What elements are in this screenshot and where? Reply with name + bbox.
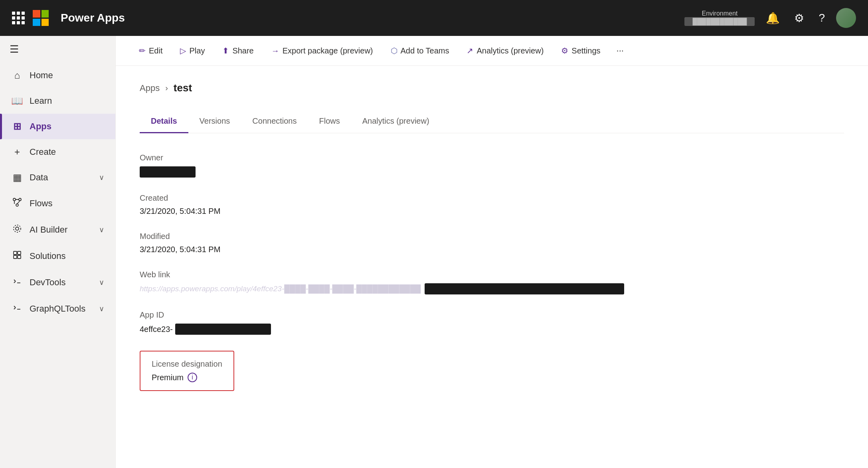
owner-section: Owner <box>140 153 844 178</box>
environment-selector[interactable]: Environment ████████████ <box>684 10 755 26</box>
sidebar-item-flows[interactable]: Flows <box>0 190 115 217</box>
settings-label: Settings <box>571 46 600 55</box>
share-button[interactable]: ⬆ Share <box>215 42 261 59</box>
sidebar-item-label: Flows <box>30 198 52 209</box>
data-icon: ▦ <box>11 172 23 183</box>
created-value: 3/21/2020, 5:04:31 PM <box>140 207 844 216</box>
teams-icon: ⬡ <box>391 46 397 55</box>
sidebar-item-learn[interactable]: 📖 Learn <box>0 88 115 114</box>
hamburger-menu[interactable]: ☰ <box>0 36 115 63</box>
add-to-teams-button[interactable]: ⬡ Add to Teams <box>384 42 457 59</box>
weblink-redacted <box>425 283 624 294</box>
appid-row: 4effce23- <box>140 324 844 335</box>
settings-icon: ⚙ <box>561 46 568 55</box>
flows-icon <box>11 197 23 209</box>
appid-prefix: 4effce23- <box>140 325 173 334</box>
sidebar: ☰ ⌂ Home 📖 Learn ⊞ Apps + Create ▦ Data … <box>0 36 116 468</box>
sidebar-item-label: AI Builder <box>30 225 67 235</box>
svg-rect-5 <box>14 251 17 255</box>
license-value: Premium i <box>152 373 222 382</box>
sidebar-item-label: DevTools <box>30 277 65 288</box>
chevron-down-icon: ∨ <box>99 304 104 313</box>
appid-label: App ID <box>140 310 844 320</box>
edit-label: Edit <box>149 46 162 55</box>
analytics-label: Analytics (preview) <box>477 46 544 55</box>
appid-redacted <box>175 324 271 335</box>
weblink-blurred[interactable]: https://apps.powerapps.com/play/4effce23… <box>140 284 421 293</box>
more-actions-button[interactable]: ··· <box>611 42 629 59</box>
home-icon: ⌂ <box>11 70 23 81</box>
create-icon: + <box>11 146 23 158</box>
license-info-icon[interactable]: i <box>188 373 197 382</box>
devtools-icon <box>11 276 23 288</box>
svg-line-13 <box>14 308 16 309</box>
chevron-down-icon: ∨ <box>99 225 104 234</box>
analytics-button[interactable]: ↗ Analytics (preview) <box>459 42 551 59</box>
sidebar-item-devtools[interactable]: DevTools ∨ <box>0 269 115 296</box>
sidebar-item-label: Create <box>30 147 56 157</box>
breadcrumb-separator: › <box>165 83 168 93</box>
sidebar-item-apps[interactable]: ⊞ Apps <box>0 114 115 139</box>
sidebar-item-label: Data <box>30 172 48 183</box>
svg-line-10 <box>14 281 16 283</box>
appid-section: App ID 4effce23- <box>140 310 844 335</box>
tab-bar: Details Versions Connections Flows Analy… <box>140 110 844 133</box>
graphqltools-icon <box>11 303 23 315</box>
settings-button[interactable]: ⚙ <box>791 8 807 28</box>
breadcrumb-current: test <box>174 82 192 94</box>
sidebar-item-home[interactable]: ⌂ Home <box>0 63 115 88</box>
main-content: ✏ Edit ▷ Play ⬆ Share → Export package (… <box>116 36 868 468</box>
svg-point-3 <box>16 227 19 230</box>
sidebar-item-label: GraphQLTools <box>30 304 85 314</box>
export-label: Export package (preview) <box>283 46 373 55</box>
export-button[interactable]: → Export package (preview) <box>264 42 380 59</box>
svg-point-4 <box>14 225 21 232</box>
waffle-menu[interactable] <box>12 12 25 24</box>
play-button[interactable]: ▷ Play <box>173 42 212 59</box>
tab-analytics-preview[interactable]: Analytics (preview) <box>351 110 441 133</box>
owner-value <box>140 166 844 178</box>
svg-rect-7 <box>14 255 17 259</box>
apps-icon: ⊞ <box>11 121 23 132</box>
play-icon: ▷ <box>180 46 186 55</box>
microsoft-logo <box>33 10 49 26</box>
sidebar-item-data[interactable]: ▦ Data ∨ <box>0 165 115 190</box>
breadcrumb-apps[interactable]: Apps <box>140 83 160 93</box>
top-navigation: Power Apps Environment ████████████ 🔔 ⚙ … <box>0 0 868 36</box>
sidebar-item-label: Learn <box>30 96 52 106</box>
license-text: Premium <box>152 373 184 382</box>
breadcrumb: Apps › test <box>140 82 844 94</box>
sidebar-item-label: Apps <box>30 121 51 132</box>
created-label: Created <box>140 194 844 203</box>
svg-rect-8 <box>18 255 21 259</box>
sidebar-item-solutions[interactable]: Solutions <box>0 243 115 269</box>
sidebar-item-ai-builder[interactable]: AI Builder ∨ <box>0 217 115 243</box>
tab-flows[interactable]: Flows <box>308 110 351 133</box>
owner-redacted <box>140 166 196 178</box>
help-button[interactable]: ? <box>815 8 828 28</box>
modified-value: 3/21/2020, 5:04:31 PM <box>140 245 844 254</box>
notification-button[interactable]: 🔔 <box>763 8 783 28</box>
environment-value: ████████████ <box>684 17 755 26</box>
svg-point-1 <box>19 198 21 201</box>
settings-toolbar-button[interactable]: ⚙ Settings <box>554 42 607 59</box>
add-to-teams-label: Add to Teams <box>401 46 449 55</box>
user-avatar[interactable] <box>836 8 856 28</box>
content-area: Apps › test Details Versions Connections… <box>116 66 868 407</box>
modified-section: Modified 3/21/2020, 5:04:31 PM <box>140 232 844 254</box>
tab-connections[interactable]: Connections <box>241 110 308 133</box>
edit-button[interactable]: ✏ Edit <box>132 42 170 59</box>
edit-icon: ✏ <box>139 46 146 55</box>
sidebar-item-graphqltools[interactable]: GraphQLTools ∨ <box>0 296 115 322</box>
learn-icon: 📖 <box>11 95 23 107</box>
chevron-down-icon: ∨ <box>99 173 104 182</box>
weblink-row: https://apps.powerapps.com/play/4effce23… <box>140 283 844 294</box>
sidebar-item-create[interactable]: + Create <box>0 139 115 165</box>
svg-rect-6 <box>18 251 21 255</box>
export-icon: → <box>271 46 279 55</box>
tab-versions[interactable]: Versions <box>188 110 241 133</box>
sidebar-item-label: Solutions <box>30 251 66 261</box>
share-label: Share <box>232 46 253 55</box>
environment-label: Environment <box>702 10 738 17</box>
tab-details[interactable]: Details <box>140 110 188 133</box>
